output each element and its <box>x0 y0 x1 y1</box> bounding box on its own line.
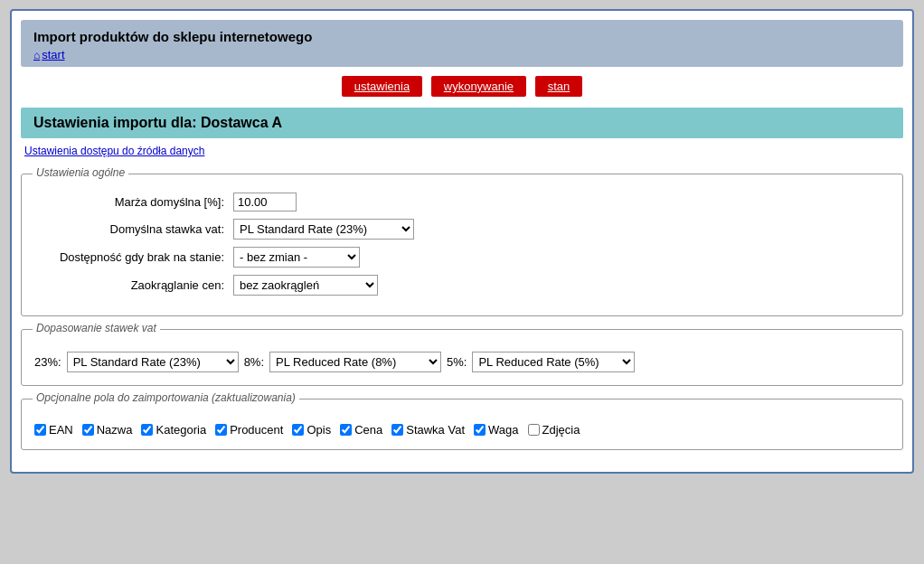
checkbox-item-ean: EAN <box>34 423 73 437</box>
general-settings-box: Ustawienia ogólne Marża domyślna [%]: Do… <box>21 174 903 316</box>
rounding-select[interactable]: bez zaokrągleń do 0.99 do pełnych złotyc… <box>233 275 378 296</box>
checkbox-nazwa[interactable] <box>82 424 94 436</box>
general-settings-legend: Ustawienia ogólne <box>33 166 128 179</box>
checkbox-label-producent: Producent <box>230 423 283 437</box>
header-bar: Import produktów do sklepu internetowego… <box>21 20 903 67</box>
home-icon: ⌂ <box>33 49 40 61</box>
checkbox-item-stawka vat: Stawka Vat <box>391 423 465 437</box>
checkbox-opis[interactable] <box>292 424 304 436</box>
rate-23-label: 23%: <box>34 355 61 369</box>
margin-row: Marża domyślna [%]: <box>34 193 890 212</box>
optional-fields-box: Opcjonalne pola do zaimportowania (zaktu… <box>21 399 903 450</box>
vat-matching-legend: Dopasowanie stawek vat <box>33 322 160 334</box>
checkbox-cena[interactable] <box>340 424 352 436</box>
vat-select[interactable]: PL Standard Rate (23%) PL Reduced Rate (… <box>233 219 414 240</box>
checkbox-item-waga: Waga <box>474 423 518 437</box>
checkbox-item-nazwa: Nazwa <box>82 423 133 437</box>
nav-btn-wykonywanie[interactable]: wykonywanie <box>431 76 526 97</box>
checkbox-label-opis: Opis <box>306 423 331 437</box>
availability-select[interactable]: - bez zmian - niedostępny <box>233 247 360 268</box>
checkbox-stawka vat[interactable] <box>391 424 403 436</box>
main-container: Import produktów do sklepu internetowego… <box>10 9 914 474</box>
nav-btn-ustawienia[interactable]: ustawienia <box>342 76 422 97</box>
availability-label: Dostępność gdy brak na stanie: <box>34 250 233 264</box>
checkbox-zdjęcia[interactable] <box>528 424 540 436</box>
optional-fields-legend: Opcjonalne pola do zaimportowania (zaktu… <box>33 391 299 404</box>
checkbox-item-kategoria: Kategoria <box>141 423 206 437</box>
checkbox-item-opis: Opis <box>292 423 331 437</box>
checkbox-item-zdjęcia: Zdjęcia <box>528 423 580 437</box>
checkbox-label-stawka vat: Stawka Vat <box>406 423 465 437</box>
checkbox-kategoria[interactable] <box>141 424 153 436</box>
checkbox-label-nazwa: Nazwa <box>97 423 133 437</box>
rate-8-select[interactable]: PL Standard Rate (23%) PL Reduced Rate (… <box>269 352 441 372</box>
rounding-label: Zaokrąglanie cen: <box>34 278 233 292</box>
data-source-link[interactable]: Ustawienia dostępu do źródła danych <box>24 145 204 157</box>
vat-label: Domyślna stawka vat: <box>34 222 233 236</box>
vat-matching-row: 23%: PL Standard Rate (23%) PL Reduced R… <box>34 352 890 372</box>
rate-23-select[interactable]: PL Standard Rate (23%) PL Reduced Rate (… <box>67 352 239 372</box>
home-link-text: start <box>42 48 64 61</box>
home-link[interactable]: ⌂ start <box>33 48 65 61</box>
nav-btn-stan[interactable]: stan <box>535 76 583 97</box>
section-title: Ustawienia importu dla: Dostawca A <box>21 108 903 138</box>
checkbox-item-cena: Cena <box>340 423 382 437</box>
checkbox-ean[interactable] <box>34 424 46 436</box>
vat-row: Domyślna stawka vat: PL Standard Rate (2… <box>34 219 890 240</box>
rate-8-label: 8%: <box>244 355 264 369</box>
checkbox-label-kategoria: Kategoria <box>156 423 206 437</box>
rounding-row: Zaokrąglanie cen: bez zaokrągleń do 0.99… <box>34 275 890 296</box>
checkbox-waga[interactable] <box>474 424 486 436</box>
margin-label: Marża domyślna [%]: <box>34 195 233 209</box>
rate-5-label: 5%: <box>447 355 467 369</box>
rate-5-select[interactable]: PL Standard Rate (23%) PL Reduced Rate (… <box>472 352 635 372</box>
margin-input[interactable] <box>233 193 297 212</box>
nav-buttons: ustawienia wykonywanie stan <box>21 76 903 97</box>
checkbox-label-cena: Cena <box>354 423 382 437</box>
checkbox-item-producent: Producent <box>215 423 283 437</box>
header-title: Import produktów do sklepu internetowego <box>33 29 891 44</box>
checkbox-label-waga: Waga <box>488 423 518 437</box>
checkboxes-row: EANNazwaKategoriaProducentOpisCenaStawka… <box>34 423 890 437</box>
checkbox-label-zdjęcia: Zdjęcia <box>542 423 580 437</box>
checkbox-label-ean: EAN <box>49 423 73 437</box>
checkbox-producent[interactable] <box>215 424 227 436</box>
vat-matching-box: Dopasowanie stawek vat 23%: PL Standard … <box>21 329 903 386</box>
availability-row: Dostępność gdy brak na stanie: - bez zmi… <box>34 247 890 268</box>
